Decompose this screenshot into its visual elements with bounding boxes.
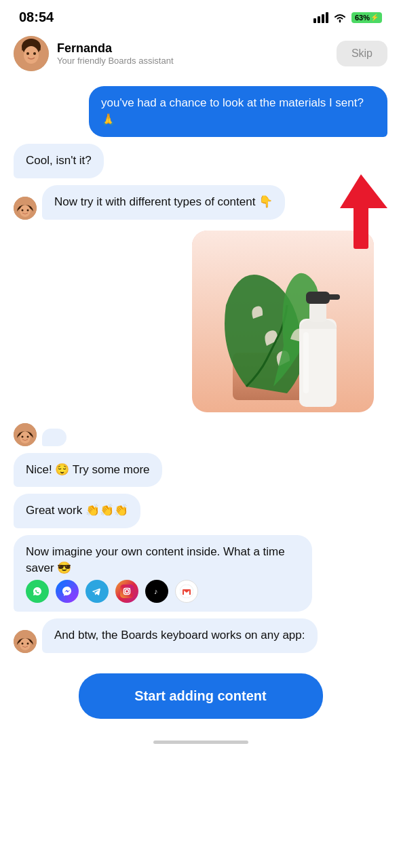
image-message — [14, 231, 387, 412]
bot-bubble-3 — [42, 429, 66, 446]
svg-point-7 — [26, 52, 29, 55]
bot-message-6: Now imagine your own content inside. Wha… — [14, 535, 387, 612]
header-left: Fernanda Your friendly Boards assistant — [14, 36, 174, 71]
bot-bubble-1: Cool, isn't it? — [14, 144, 104, 178]
instagram-icon — [115, 580, 138, 603]
avatar-image — [14, 36, 49, 71]
tiktok-icon: ♪ — [145, 580, 168, 603]
svg-rect-21 — [303, 332, 309, 393]
start-adding-content-button[interactable]: Start adding content — [79, 673, 323, 719]
svg-point-39 — [27, 642, 29, 644]
wifi-icon — [332, 12, 347, 23]
header-info: Fernanda Your friendly Boards assistant — [57, 41, 174, 66]
bot-avatar-small-2 — [14, 423, 37, 446]
svg-point-8 — [33, 52, 36, 55]
bot-bubble-6: Now imagine your own content inside. Wha… — [14, 535, 312, 612]
bot-avatar-small-1 — [14, 197, 37, 220]
bot-avatar-small-3 — [14, 630, 37, 653]
svg-rect-3 — [326, 12, 328, 23]
battery-icon: 63 % ⚡ — [351, 12, 382, 23]
telegram-icon — [85, 580, 109, 603]
svg-point-24 — [22, 435, 24, 437]
bot-avatar-image-1 — [14, 197, 37, 220]
chat-area: you've had a chance to look at the mater… — [0, 79, 401, 660]
svg-rect-1 — [318, 16, 320, 23]
user-message-1: you've had a chance to look at the mater… — [14, 86, 387, 137]
bot-bubble-7: And btw, the Boards keyboard works on an… — [42, 618, 318, 653]
bot-message-4: Nice! 😌 Try some more — [14, 453, 387, 488]
app-icons-row: ♪ — [26, 580, 300, 603]
svg-point-38 — [22, 642, 24, 644]
svg-rect-2 — [322, 14, 324, 23]
bot-message-7: And btw, the Boards keyboard works on an… — [14, 618, 387, 653]
svg-point-12 — [20, 205, 31, 217]
svg-rect-0 — [313, 18, 316, 23]
bot-bubble-2: Now try it with different types of conte… — [42, 185, 285, 220]
svg-point-25 — [27, 435, 29, 437]
svg-point-32 — [129, 588, 130, 589]
home-indicator — [0, 732, 401, 749]
header: Fernanda Your friendly Boards assistant … — [0, 31, 401, 79]
bot-avatar-image-3 — [14, 630, 37, 653]
header-subtitle: Your friendly Boards assistant — [57, 56, 174, 66]
svg-rect-29 — [120, 585, 134, 598]
bot-message-2: Now try it with different types of conte… — [14, 185, 387, 220]
svg-point-23 — [20, 431, 31, 443]
status-bar: 08:54 63 % ⚡ — [0, 0, 401, 31]
gmail-icon — [175, 580, 198, 603]
svg-rect-19 — [306, 292, 330, 304]
cta-section: Start adding content — [0, 660, 401, 732]
bot-message-3 — [14, 423, 387, 446]
app-message-text: Now imagine your own content inside. Wha… — [26, 544, 300, 577]
status-icons: 63 % ⚡ — [313, 12, 382, 23]
bot-bubble-5: Great work 👏👏👏 — [14, 494, 140, 528]
svg-rect-20 — [326, 294, 340, 300]
bot-message-1: Cool, isn't it? — [14, 144, 387, 178]
bot-bubble-4: Nice! 😌 Try some more — [14, 453, 162, 488]
avatar — [14, 36, 49, 71]
svg-point-6 — [24, 46, 39, 64]
user-bubble-1: you've had a chance to look at the mater… — [89, 86, 387, 137]
messenger-icon — [56, 580, 79, 603]
svg-point-14 — [27, 209, 29, 211]
home-bar — [153, 741, 248, 744]
signal-icon — [313, 12, 328, 23]
whatsapp-icon — [26, 580, 49, 603]
status-time: 08:54 — [19, 9, 54, 25]
skip-button[interactable]: Skip — [337, 41, 387, 66]
svg-point-13 — [22, 209, 24, 211]
product-image-bubble — [192, 231, 374, 412]
svg-rect-18 — [309, 302, 326, 322]
product-image-svg — [192, 231, 374, 412]
bot-message-5: Great work 👏👏👏 — [14, 494, 387, 528]
svg-point-37 — [20, 638, 31, 650]
bot-avatar-image-2 — [14, 423, 37, 446]
svg-text:♪: ♪ — [154, 587, 158, 595]
header-name: Fernanda — [57, 41, 174, 56]
